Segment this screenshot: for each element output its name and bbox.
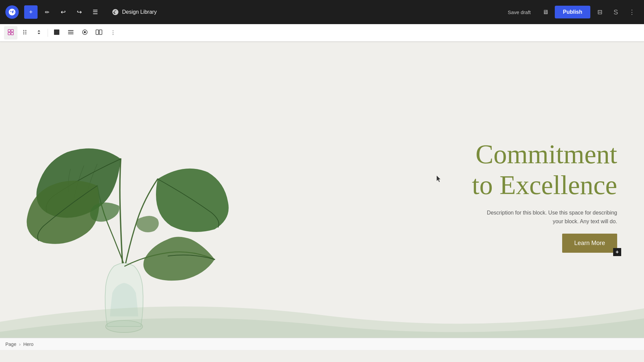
breadcrumb-separator: › bbox=[19, 342, 21, 347]
columns-icon bbox=[96, 29, 102, 37]
plus-icon: + bbox=[615, 249, 619, 255]
design-library-button[interactable]: Design Library bbox=[107, 5, 161, 19]
grid-icon bbox=[7, 29, 14, 37]
plant-illustration bbox=[17, 99, 235, 350]
list-view-button[interactable]: ☰ bbox=[89, 5, 102, 19]
publish-button[interactable]: Publish bbox=[555, 6, 590, 18]
svg-point-15 bbox=[84, 31, 86, 33]
add-block-after-button[interactable]: + bbox=[613, 248, 621, 256]
svg-point-7 bbox=[25, 32, 26, 33]
design-library-logo bbox=[111, 8, 119, 16]
plugin-button[interactable]: S bbox=[609, 5, 623, 19]
drag-icon bbox=[21, 29, 28, 37]
svg-rect-0 bbox=[8, 29, 10, 32]
breadcrumb-page[interactable]: Page bbox=[5, 342, 16, 347]
edit-button[interactable]: ✏ bbox=[40, 5, 54, 19]
more-vertical-icon: ⋮ bbox=[110, 29, 116, 36]
sidebar-toggle-button[interactable]: ⊟ bbox=[593, 5, 606, 19]
undo-icon: ↩ bbox=[61, 8, 66, 16]
hero-title-line1: Commitment bbox=[476, 139, 617, 169]
breadcrumb-section[interactable]: Hero bbox=[23, 342, 33, 347]
block-drag-button[interactable] bbox=[18, 26, 32, 40]
chevron-up-down-icon bbox=[36, 29, 42, 37]
learn-more-label: Learn More bbox=[574, 240, 605, 246]
wordpress-logo[interactable] bbox=[5, 5, 19, 19]
settings-icon bbox=[82, 29, 88, 37]
svg-point-8 bbox=[23, 33, 24, 34]
svg-point-6 bbox=[23, 32, 24, 33]
undo-button[interactable]: ↩ bbox=[56, 5, 70, 19]
save-draft-label: Save draft bbox=[508, 9, 531, 15]
svg-rect-16 bbox=[96, 30, 99, 35]
add-block-button[interactable]: + bbox=[24, 5, 38, 19]
svg-point-9 bbox=[25, 33, 26, 34]
redo-icon: ↪ bbox=[77, 8, 82, 16]
svg-rect-17 bbox=[99, 30, 102, 35]
monitor-icon: 🖥 bbox=[542, 9, 548, 16]
learn-more-button[interactable]: Learn More bbox=[562, 234, 617, 253]
svg-rect-2 bbox=[8, 33, 10, 35]
more-options-button[interactable]: ⋮ bbox=[625, 5, 639, 19]
square-icon bbox=[53, 29, 60, 37]
block-align-button[interactable] bbox=[64, 26, 77, 40]
hero-section: Commitment to Excellence Description for… bbox=[0, 42, 644, 350]
hero-content-area: Commitment to Excellence Description for… bbox=[354, 139, 644, 253]
cta-wrapper: Learn More + bbox=[562, 234, 617, 253]
hero-description: Description for this block. Use this spa… bbox=[483, 208, 617, 226]
hero-title: Commitment to Excellence bbox=[472, 139, 617, 200]
pencil-icon: ✏ bbox=[45, 9, 49, 15]
svg-point-5 bbox=[25, 30, 26, 31]
main-canvas: Commitment to Excellence Description for… bbox=[0, 42, 644, 350]
block-layout-button[interactable] bbox=[92, 26, 106, 40]
plugin-icon: S bbox=[613, 8, 618, 16]
save-draft-button[interactable]: Save draft bbox=[502, 7, 536, 18]
design-library-label: Design Library bbox=[122, 9, 157, 15]
redo-button[interactable]: ↪ bbox=[72, 5, 86, 19]
svg-rect-1 bbox=[11, 29, 13, 32]
align-icon bbox=[67, 29, 74, 37]
svg-point-4 bbox=[23, 30, 24, 31]
block-more-button[interactable]: ⋮ bbox=[106, 26, 120, 40]
svg-rect-10 bbox=[54, 29, 59, 35]
block-style-button[interactable] bbox=[50, 26, 63, 40]
publish-label: Publish bbox=[563, 9, 582, 15]
block-grid-button[interactable] bbox=[4, 26, 17, 40]
plus-icon: + bbox=[29, 9, 33, 16]
toolbar-divider-1 bbox=[48, 29, 48, 37]
list-view-icon: ☰ bbox=[93, 8, 98, 16]
breadcrumb-bar: Page › Hero bbox=[0, 338, 644, 350]
hero-title-line2: to Excellence bbox=[472, 170, 617, 200]
block-settings-button[interactable] bbox=[78, 26, 92, 40]
top-toolbar: + ✏ ↩ ↪ ☰ Design Library Save draft 🖥 Pu… bbox=[0, 0, 644, 24]
plant-image-area bbox=[0, 42, 354, 350]
sidebar-toggle-icon: ⊟ bbox=[597, 8, 602, 16]
block-move-button[interactable] bbox=[32, 26, 46, 40]
svg-rect-3 bbox=[11, 33, 13, 35]
block-toolbar: ⋮ bbox=[0, 24, 644, 42]
ellipsis-vertical-icon: ⋮ bbox=[629, 8, 635, 16]
preview-button[interactable]: 🖥 bbox=[539, 5, 552, 19]
